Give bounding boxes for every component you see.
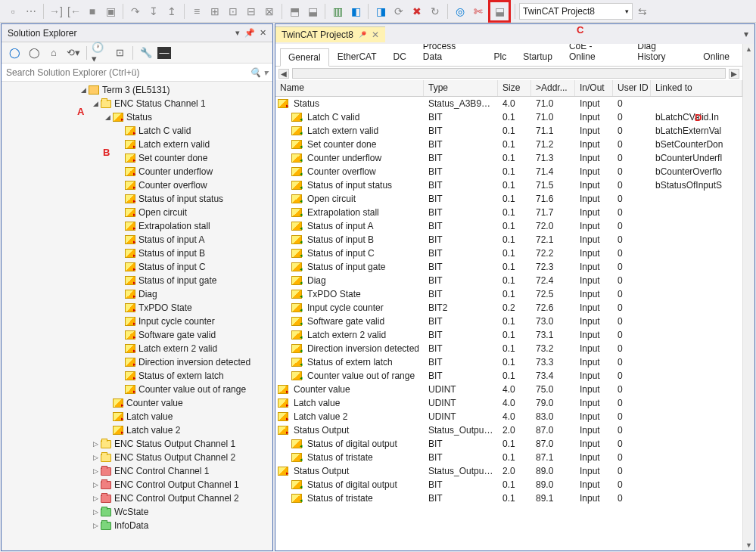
table-row[interactable]: Latch extern 2 validBIT0.173.1Input0 [275,328,742,342]
table-row[interactable]: Open circuitBIT0.171.6Input0 [275,192,742,206]
search-icon[interactable]: 🔍 ▾ [250,67,268,78]
variable-table-body[interactable]: StatusStatus_A3B90...4.071.0Input0Latch … [275,97,742,550]
project-selector-dropdown[interactable]: TwinCAT Project8 ▾ [519,3,633,20]
sub-tab[interactable]: Process Data [415,44,486,66]
scroll-down-icon[interactable]: ▼ [745,541,752,549]
tb-step-icon[interactable]: ↥ [163,3,180,20]
table-row[interactable]: Status of input gateBIT0.172.3Input0 [275,260,742,274]
tb-chart-icon[interactable]: ▥ [329,3,346,20]
sub-tab[interactable]: Diag History [629,44,695,66]
tree-item[interactable]: ▷WcState [2,505,272,519]
tree-enc-status[interactable]: ◢ENC Status Channel 1 [2,97,272,110]
col-linked[interactable]: Linked to [651,80,742,96]
tree-item[interactable]: Status of input A [2,233,272,247]
tree-item[interactable]: Status of input status [2,192,272,206]
tool-icon[interactable]: 🕐▾ [92,45,108,61]
sub-tab[interactable]: General [280,48,329,67]
tb-refresh-icon[interactable]: ⟳ [390,3,407,20]
table-row[interactable]: Status of input BBIT0.172.1Input0 [275,233,742,247]
table-row[interactable]: DiagBIT0.172.4Input0 [275,274,742,287]
table-row[interactable]: Status of digital outputBIT0.189.0Input0 [275,478,742,492]
expand-icon[interactable]: ▷ [91,481,100,488]
col-userid[interactable]: User ID [613,80,651,96]
tree-item[interactable]: Latch value 2 [2,423,272,437]
table-row[interactable]: Latch value 2UDINT4.083.0Input0 [275,410,742,423]
table-row[interactable]: Status OutputStatus_Output...2.089.0Inpu… [275,464,742,478]
table-row[interactable]: Counter underflowBIT0.171.3Input0bCounte… [275,151,742,165]
tb-icon[interactable]: ⊟ [243,3,260,20]
tree-item[interactable]: Status of extern latch [2,369,272,383]
tree-item[interactable]: ▷ENC Status Output Channel 1 [2,437,272,451]
tb-icon[interactable]: ⋯ [23,3,39,20]
tb-target-icon[interactable]: ◎ [452,3,468,20]
expand-icon[interactable]: ▷ [91,454,100,461]
table-row[interactable]: Status of input CBIT0.172.2Input0 [275,247,742,260]
pin-icon[interactable]: 📍 [356,28,369,40]
forward-icon[interactable]: ◯ [26,45,42,61]
tb-icon[interactable]: ⬒ [286,3,303,20]
sync-icon[interactable]: ⟲▾ [65,45,82,61]
dropdown-icon[interactable]: ▾ [738,29,754,39]
tb-icon[interactable]: ⊠ [261,3,278,20]
col-size[interactable]: Size [498,80,531,96]
tb-icon[interactable]: ⇆ [634,3,651,20]
dropdown-icon[interactable]: ▾ [235,28,240,38]
table-row[interactable]: Latch C validBIT0.171.0Input0bLatchCVali… [275,110,742,124]
tree-item[interactable]: Software gate valid [2,328,272,342]
close-icon[interactable]: ✕ [372,29,379,40]
solution-tree[interactable]: ◢Term 3 (EL5131)◢ENC Status Channel 1◢St… [2,82,272,550]
sub-tab[interactable]: Online [695,48,738,66]
table-row[interactable]: Counter valueUDINT4.075.0Input0 [275,383,742,396]
tree-item[interactable]: Status of input C [2,260,272,274]
tree-item[interactable]: TxPDO State [2,301,272,315]
table-row[interactable]: Latch extern validBIT0.171.1Input0bLatch… [275,124,742,138]
tree-item[interactable]: Latch C valid [2,124,272,138]
table-row[interactable]: Status of digital outputBIT0.187.0Input0 [275,437,742,451]
table-row[interactable]: StatusStatus_A3B90...4.071.0Input0 [275,97,742,110]
tb-icon[interactable]: ≡ [188,3,205,20]
tree-item[interactable]: ▷ENC Control Output Channel 1 [2,478,272,492]
tool-icon[interactable]: ⊡ [111,45,128,61]
expand-icon[interactable]: ▷ [91,440,100,448]
close-icon[interactable]: ✕ [260,28,266,38]
scroll-left-icon[interactable]: ◀ [278,69,289,79]
home-icon[interactable]: ⌂ [45,45,62,61]
tree-item[interactable]: ▷ENC Control Channel 1 [2,464,272,478]
tree-item[interactable]: Extrapolation stall [2,219,272,233]
table-row[interactable]: Input cycle counterBIT20.272.6Input0 [275,301,742,315]
tb-icon[interactable]: ✖ [409,3,425,20]
pin-icon[interactable]: 📌 [244,28,255,38]
expand-icon[interactable]: ◢ [103,113,112,121]
tree-status[interactable]: ◢Status [2,110,272,124]
tree-item[interactable]: Direction inversion detected [2,355,272,369]
document-tab[interactable]: TwinCAT Project8 📍 ✕ [275,26,385,42]
tree-item[interactable]: Latch value [2,410,272,423]
sub-tab[interactable]: DC [385,48,415,66]
back-icon[interactable]: ◯ [6,45,23,61]
tb-step-icon[interactable]: ↧ [145,3,162,20]
tb-icon[interactable]: ▫ [5,3,21,20]
expand-icon[interactable]: ◢ [79,86,88,94]
table-row[interactable]: Counter value out of rangeBIT0.173.4Inpu… [275,369,742,383]
tree-item[interactable]: Latch extern valid [2,138,272,151]
table-row[interactable]: Set counter doneBIT0.171.2Input0bSetCoun… [275,138,742,151]
tree-item[interactable]: Diag [2,287,272,301]
tree-item[interactable]: Counter overflow [2,178,272,192]
tree-item[interactable]: Status of input gate [2,274,272,287]
tb-icon[interactable]: ◧ [347,3,364,20]
table-row[interactable]: Counter overflowBIT0.171.4Input0bCounter… [275,165,742,178]
tree-item[interactable]: Status of input B [2,247,272,260]
horizontal-scroll[interactable]: ◀ ▶ [275,67,742,80]
scroll-right-icon[interactable]: ▶ [729,69,739,79]
tb-icon[interactable]: ⊞ [207,3,223,20]
expand-icon[interactable]: ▷ [91,495,100,502]
expand-icon[interactable]: ▷ [91,508,100,516]
col-addr[interactable]: >Addr... [531,80,575,96]
table-row[interactable]: Latch valueUDINT4.079.0Input0 [275,396,742,410]
sub-tab[interactable]: Plc [486,48,515,66]
tb-reload-icon[interactable]: ↻ [427,3,443,20]
tree-item[interactable]: ▷InfoData [2,519,272,532]
sub-tab[interactable]: EtherCAT [329,48,385,66]
tree-item[interactable]: Counter underflow [2,165,272,178]
table-row[interactable]: Status of tristateBIT0.187.1Input0 [275,451,742,464]
